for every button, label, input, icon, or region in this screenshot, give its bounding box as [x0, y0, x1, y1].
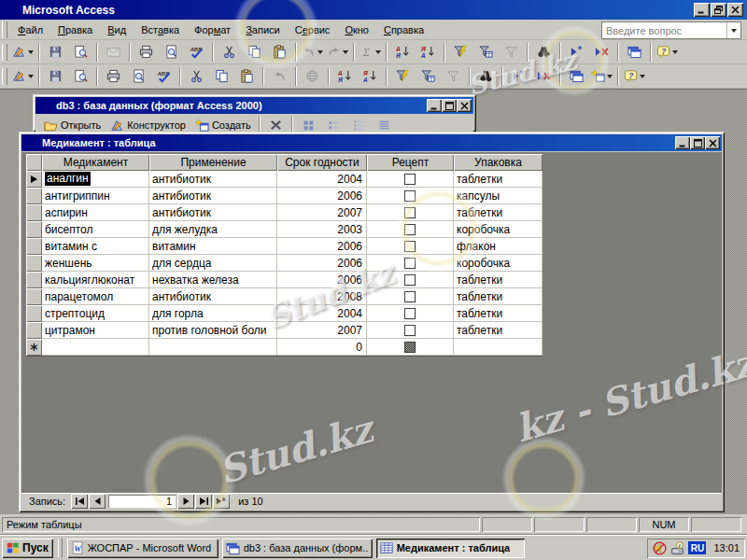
view-small-button[interactable]: [321, 115, 346, 132]
file-search-button[interactable]: [68, 42, 93, 63]
db-maximize-button[interactable]: [442, 99, 457, 112]
view-list-button[interactable]: [346, 115, 372, 132]
cell-application[interactable]: для желудка: [149, 221, 277, 238]
spelling-button[interactable]: АБВ: [184, 42, 209, 63]
db-open-button[interactable]: Открыть: [39, 117, 106, 133]
funnel-button[interactable]: [441, 66, 466, 87]
cell-medicament[interactable]: кальцияглюконат: [42, 272, 149, 288]
previous-record-button[interactable]: [89, 494, 106, 509]
column-header-2[interactable]: Применение: [149, 154, 277, 171]
db-new-button[interactable]: Создать: [190, 117, 256, 133]
db-close-button[interactable]: [457, 99, 472, 112]
column-header-4[interactable]: Рецепт: [367, 154, 454, 171]
cell-package[interactable]: коробочка: [454, 255, 543, 272]
row-selector[interactable]: [26, 305, 42, 322]
mail-button[interactable]: [101, 42, 126, 63]
menu-tools[interactable]: Сервис: [288, 21, 338, 38]
menu-help[interactable]: Справка: [376, 21, 431, 38]
cell-medicament[interactable]: антигриппин: [42, 188, 149, 204]
cell-application[interactable]: против головной боли: [149, 322, 277, 339]
prescription-checkbox[interactable]: [404, 258, 416, 269]
cell-application[interactable]: для сердца: [149, 255, 277, 272]
row-selector[interactable]: [26, 221, 42, 238]
cell-expiry[interactable]: 2007: [277, 322, 367, 339]
cell-application[interactable]: для горла: [149, 305, 277, 322]
ask-question-dropdown[interactable]: [726, 22, 740, 38]
sum-button[interactable]: Σ: [358, 42, 383, 63]
row-selector[interactable]: [26, 171, 42, 188]
cell-package[interactable]: [454, 339, 543, 356]
new-record-button[interactable]: *: [564, 42, 589, 63]
cell-prescription[interactable]: [367, 339, 454, 356]
menu-format[interactable]: Формат: [187, 21, 238, 38]
first-record-button[interactable]: [71, 494, 88, 509]
help-button[interactable]: ?: [655, 42, 680, 63]
prescription-checkbox[interactable]: [404, 291, 416, 302]
cell-medicament[interactable]: бисептол: [42, 221, 149, 238]
cell-prescription[interactable]: [367, 272, 454, 288]
sort-desc-button[interactable]: ЯА: [358, 66, 383, 87]
delete-record-button[interactable]: [531, 66, 557, 87]
column-header-3[interactable]: Срок годности: [277, 154, 367, 171]
prescription-checkbox[interactable]: [404, 190, 416, 202]
redo-button[interactable]: [325, 42, 350, 63]
hardware-icon[interactable]: i: [670, 541, 684, 555]
cell-medicament[interactable]: женшень: [42, 255, 149, 272]
prescription-checkbox[interactable]: [404, 174, 416, 185]
cell-prescription[interactable]: [367, 221, 454, 238]
task-button-1[interactable]: WЖОСПАР - Microsoft Word: [67, 539, 218, 558]
copy-button[interactable]: [242, 42, 267, 63]
new-record-button[interactable]: *: [506, 66, 531, 87]
preview-button[interactable]: [159, 42, 184, 63]
table-minimize-button[interactable]: [675, 136, 690, 149]
cell-prescription[interactable]: [367, 204, 454, 221]
undo-button[interactable]: [267, 66, 292, 87]
cell-package[interactable]: таблетки: [454, 204, 543, 221]
row-selector[interactable]: [26, 204, 42, 221]
ask-question-box[interactable]: Введите вопрос: [601, 21, 741, 39]
print-button[interactable]: [134, 42, 159, 63]
cell-expiry[interactable]: 2006: [277, 238, 367, 255]
prescription-checkbox[interactable]: [404, 325, 416, 336]
prescription-checkbox[interactable]: [404, 241, 416, 252]
cell-application[interactable]: витамин: [149, 238, 277, 255]
menu-view[interactable]: Вид: [100, 21, 134, 38]
cell-expiry[interactable]: 2003: [277, 221, 367, 238]
menu-edit[interactable]: Правка: [50, 21, 100, 38]
cell-application[interactable]: антибиотик: [149, 204, 277, 221]
prescription-checkbox[interactable]: [404, 274, 416, 286]
cell-package[interactable]: таблетки: [454, 322, 543, 339]
cell-medicament[interactable]: стрептоцид: [42, 305, 149, 322]
copy-button[interactable]: [209, 66, 234, 87]
menu-window[interactable]: Окно: [337, 21, 376, 38]
cell-expiry[interactable]: 2008: [277, 288, 367, 305]
cell-expiry[interactable]: 2006: [277, 255, 367, 272]
menu-drag-handle[interactable]: [2, 21, 7, 38]
row-selector[interactable]: [26, 255, 42, 272]
db-window-button[interactable]: [622, 42, 647, 63]
cell-prescription[interactable]: [367, 188, 454, 204]
cell-medicament[interactable]: витамин с: [42, 238, 149, 255]
undo-button[interactable]: [300, 42, 325, 63]
prescription-checkbox[interactable]: [404, 207, 416, 218]
toolbar1-drag-handle[interactable]: [2, 44, 7, 61]
view-large-button[interactable]: [296, 115, 321, 132]
globe-button[interactable]: [300, 66, 325, 87]
cell-expiry[interactable]: 2006: [277, 188, 367, 204]
task-button-3[interactable]: Медикамент : таблица: [376, 539, 525, 558]
task-button-2[interactable]: db3 : база данных (форм...: [222, 539, 373, 558]
sort-asc-button[interactable]: АЯ: [332, 66, 358, 87]
new-object-button[interactable]: [589, 66, 614, 87]
cell-application[interactable]: [149, 339, 277, 356]
save-button[interactable]: [43, 66, 68, 87]
view-details-button[interactable]: [372, 115, 397, 132]
help-button[interactable]: ?: [622, 66, 647, 87]
cell-prescription[interactable]: [367, 322, 454, 339]
cell-expiry[interactable]: 2004: [277, 305, 367, 322]
cell-medicament[interactable]: парацетомол: [42, 288, 149, 305]
record-number-input[interactable]: [108, 495, 176, 508]
sort-asc-button[interactable]: АЯ: [390, 42, 416, 63]
cell-prescription[interactable]: [367, 305, 454, 322]
column-header-1[interactable]: Медикамент: [42, 154, 149, 171]
cut-button[interactable]: [184, 66, 209, 87]
